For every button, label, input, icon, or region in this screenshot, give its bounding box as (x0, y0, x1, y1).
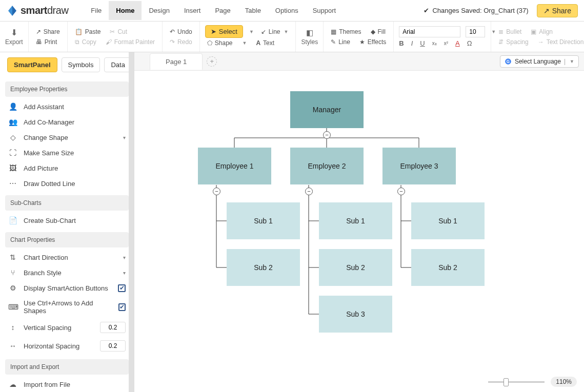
italic-button[interactable]: I (411, 39, 413, 47)
node-sub[interactable]: Sub 2 (319, 249, 392, 286)
person-icon: 👤 (8, 102, 17, 111)
dots-icon: ⋯ (8, 179, 17, 188)
ctrl-arrows[interactable]: ⌨Use Ctrl+Arrows to Add Shapes✔ (5, 296, 129, 318)
font-color-button[interactable]: A (455, 39, 460, 47)
cut-button[interactable]: ✂Cut (108, 27, 129, 37)
add-assistant[interactable]: 👤Add Assistant (5, 99, 129, 114)
node-employee-1[interactable]: Employee 1 (198, 148, 271, 184)
collapse-icon[interactable]: − (323, 131, 331, 139)
subscript-button[interactable]: x₂ (432, 40, 437, 46)
node-employee-2[interactable]: Employee 2 (290, 148, 364, 184)
add-comanager[interactable]: 👥Add Co-Manager (5, 114, 129, 130)
language-select[interactable]: G Select Language |▼ (500, 55, 579, 68)
collapse-icon[interactable]: − (213, 188, 220, 195)
node-sub[interactable]: Sub 1 (227, 202, 300, 239)
canvas[interactable]: Manager − Employee 1 − Employee 2 − Empl… (134, 71, 584, 392)
menu-design[interactable]: Design (142, 1, 176, 20)
menu-table[interactable]: Table (238, 1, 268, 20)
copy-button[interactable]: ⧉Copy (73, 37, 98, 47)
themes-button[interactable]: ▦Themes (329, 27, 363, 37)
line-style-button[interactable]: ✎Line (329, 37, 352, 47)
omega-button[interactable]: Ω (467, 39, 472, 47)
collapse-icon[interactable]: − (305, 188, 313, 195)
create-subchart[interactable]: 📄Create Sub-Chart (5, 213, 129, 228)
zoom-label[interactable]: 110% (551, 377, 577, 387)
effects-button[interactable]: ★Effects (357, 37, 388, 47)
menu-page[interactable]: Page (208, 1, 237, 20)
ribbon-print[interactable]: 🖶Print (34, 37, 62, 47)
node-sub[interactable]: Sub 2 (227, 249, 300, 286)
spacing-button[interactable]: ⇵Spacing (496, 37, 530, 47)
svg-text:G: G (507, 59, 510, 64)
collapse-icon[interactable]: − (397, 188, 405, 195)
node-sub[interactable]: Sub 2 (411, 249, 485, 286)
size-select[interactable] (466, 26, 485, 37)
zoom-bar: 110% (488, 377, 577, 387)
menu-support[interactable]: Support (306, 1, 344, 20)
select-button[interactable]: ➤Select (205, 25, 243, 38)
zoom-thumb[interactable] (504, 378, 509, 386)
tab-smartpanel[interactable]: SmartPanel (7, 57, 57, 72)
add-picture[interactable]: 🖼Add Picture (5, 160, 129, 176)
redo-icon: ↷ (170, 38, 175, 46)
section-import-export: Import and Export (5, 359, 129, 375)
node-sub[interactable]: Sub 1 (411, 202, 485, 239)
bullet-button[interactable]: ≣Bullet (496, 27, 523, 37)
menu-home[interactable]: Home (109, 1, 142, 20)
export-group[interactable]: ⬇ Export (0, 22, 29, 52)
redo-button[interactable]: ↷Redo (168, 37, 194, 47)
themes-icon: ▦ (331, 28, 336, 35)
page-tab-1[interactable]: Page 1 (150, 53, 203, 70)
textdir-button[interactable]: →Text Direction (536, 37, 584, 47)
menu-file[interactable]: File (84, 1, 109, 20)
bold-button[interactable]: B (399, 39, 404, 47)
node-sub[interactable]: Sub 1 (319, 202, 392, 239)
share-icon: ↗ (36, 28, 41, 35)
text-button[interactable]: AText (254, 38, 276, 48)
checkbox-checked-icon[interactable]: ✔ (118, 284, 126, 292)
chart-direction[interactable]: ⇅Chart Direction▾ (5, 250, 129, 265)
shape-button[interactable]: ⬠Shape▼ (205, 38, 249, 48)
import-from-file[interactable]: ☁Import from File (5, 377, 129, 392)
vspace-icon: ↕ (8, 323, 17, 332)
format-painter-button[interactable]: 🖌Format Painter (104, 37, 157, 47)
make-same-size[interactable]: ⛶Make Same Size (5, 145, 129, 160)
superscript-button[interactable]: x² (444, 40, 448, 46)
node-employee-3[interactable]: Employee 3 (382, 148, 456, 184)
caret-icon[interactable]: ▼ (249, 29, 254, 34)
save-status: ✔ Changes Saved: Org_Chart (37) (424, 7, 528, 14)
change-shape[interactable]: ◇Change Shape▾ (5, 130, 129, 145)
chevron-down-icon: ▾ (123, 135, 126, 140)
menu-options[interactable]: Options (268, 1, 306, 20)
share-label: Share (552, 7, 571, 15)
font-select[interactable] (399, 26, 460, 37)
paste-button[interactable]: 📋Paste (73, 27, 103, 37)
align-button[interactable]: ▣Align (529, 27, 555, 37)
add-page-button[interactable]: + (207, 56, 217, 67)
share-button[interactable]: ↗ Share (537, 4, 578, 17)
checkbox-checked-icon[interactable]: ✔ (118, 303, 126, 311)
branch-style[interactable]: ⑂Branch Style▾ (5, 265, 129, 280)
menu-insert[interactable]: Insert (177, 1, 208, 20)
fill-button[interactable]: ◆Fill (369, 27, 388, 37)
hspacing-input[interactable] (100, 340, 126, 352)
cut-icon: ✂ (110, 28, 115, 35)
scrollbar[interactable] (129, 52, 134, 392)
underline-button[interactable]: U (420, 39, 425, 47)
line-button[interactable]: ↙Line▼ (259, 27, 291, 37)
logo-icon (6, 5, 18, 17)
display-smartaction[interactable]: ⚙Display SmartAction Buttons✔ (5, 280, 129, 296)
text-icon: A (256, 39, 260, 47)
clipboard-group: 📋Paste ✂Cut ⧉Copy 🖌Format Painter (68, 22, 163, 52)
copy-icon: ⧉ (75, 38, 79, 46)
vspacing-input[interactable] (100, 322, 126, 333)
undo-button[interactable]: ↶Undo (168, 27, 194, 37)
tab-symbols[interactable]: Symbols (62, 57, 100, 72)
ribbon-share[interactable]: ↗Share (34, 27, 62, 37)
draw-dotted[interactable]: ⋯Draw Dotted Line (5, 176, 129, 191)
zoom-slider[interactable] (488, 381, 545, 383)
styles-group[interactable]: ◧ Styles (296, 22, 324, 52)
tab-data[interactable]: Data (104, 57, 131, 72)
node-sub[interactable]: Sub 3 (319, 296, 392, 333)
node-manager[interactable]: Manager (290, 91, 364, 128)
